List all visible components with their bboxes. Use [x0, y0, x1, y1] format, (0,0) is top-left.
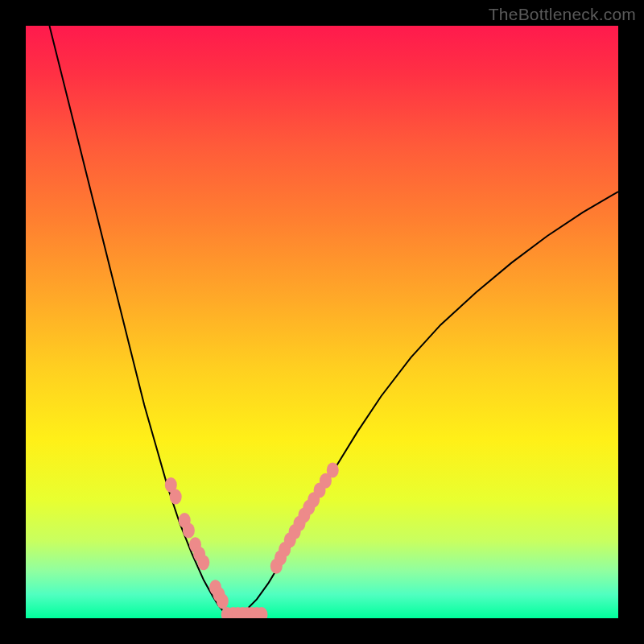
curve-right	[236, 192, 618, 617]
chart-svg	[26, 26, 618, 618]
chart-plot-area	[26, 26, 618, 618]
highlighted-points	[165, 463, 339, 619]
watermark-text: TheBottleneck.com	[489, 5, 636, 24]
marker-point	[217, 593, 229, 609]
curve-left	[49, 26, 229, 617]
marker-point	[197, 555, 209, 570]
marker-point	[183, 523, 195, 539]
marker-point	[327, 463, 339, 478]
marker-point	[170, 489, 182, 505]
